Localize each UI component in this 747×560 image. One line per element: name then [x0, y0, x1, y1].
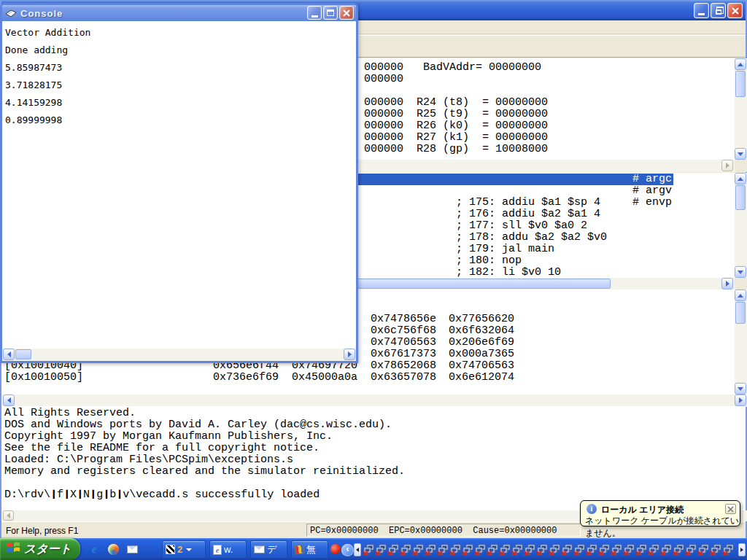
- console-hscrollbar[interactable]: [2, 349, 356, 361]
- network-disconnected-icon[interactable]: [511, 544, 523, 556]
- scroll-down-button[interactable]: [735, 148, 746, 160]
- scroll-up-button[interactable]: [735, 58, 746, 70]
- network-disconnected-icon[interactable]: [549, 544, 560, 556]
- close-button[interactable]: [727, 3, 743, 18]
- scroll-thumb[interactable]: [735, 185, 746, 210]
- network-disconnected-icon[interactable]: [474, 544, 486, 556]
- start-button[interactable]: スタート: [0, 538, 80, 560]
- scroll-up-button[interactable]: [735, 173, 746, 184]
- quicklaunch-outlook-icon[interactable]: [125, 542, 139, 556]
- memory-word: 0x77656620: [449, 314, 514, 325]
- message-line: D:\rdv\❙f❙X❙N❙g❙b❙v\vecadd.s successfull…: [4, 489, 405, 501]
- network-disconnected-icon[interactable]: [487, 544, 498, 556]
- network-disconnected-icon[interactable]: [660, 544, 672, 556]
- network-disconnected-icon[interactable]: [387, 544, 399, 556]
- scrollbar-corner: [735, 160, 747, 172]
- taskbar-button-paint[interactable]: 無: [291, 540, 328, 559]
- network-disconnected-icon[interactable]: [611, 544, 622, 556]
- tray-scroll-right-button[interactable]: [738, 543, 746, 556]
- scroll-down-button[interactable]: [735, 383, 746, 394]
- network-disconnected-icon[interactable]: [598, 544, 610, 556]
- network-disconnected-icon[interactable]: [635, 544, 647, 556]
- memory-word: 0x7478656e: [371, 314, 436, 325]
- tray-hide-icons-chevron[interactable]: ‹: [341, 544, 354, 556]
- register-line: 000000: [364, 74, 548, 85]
- close-icon: [342, 9, 351, 18]
- arrow-left-icon: [7, 351, 11, 357]
- scroll-down-button[interactable]: [735, 266, 746, 278]
- network-disconnected-icon[interactable]: [524, 544, 535, 556]
- arrow-left-icon: [7, 397, 11, 403]
- scroll-thumb[interactable]: [735, 71, 746, 97]
- restore-icon: [716, 9, 721, 15]
- quicklaunch-mediaplayer-icon[interactable]: [107, 542, 120, 556]
- tray-player-icon[interactable]: [329, 542, 342, 556]
- network-disconnected-icon[interactable]: [363, 544, 374, 556]
- network-disconnected-icon[interactable]: [623, 544, 635, 556]
- memory-address: [0x10010050]: [4, 372, 83, 384]
- network-disconnected-icon[interactable]: [685, 544, 697, 556]
- network-disconnected-icon[interactable]: [561, 544, 573, 556]
- pcspim-icon: [166, 545, 175, 554]
- network-disconnected-icon[interactable]: [425, 544, 436, 556]
- restore-button[interactable]: [711, 3, 726, 18]
- scroll-thumb[interactable]: [735, 302, 746, 324]
- register-line: 000000 R26 (k0) = 00000000: [364, 120, 548, 132]
- balloon-close-button[interactable]: [725, 504, 736, 514]
- scroll-left-button[interactable]: [3, 394, 15, 406]
- memory-word: 0x67617373: [371, 349, 436, 360]
- taskbar-button-ie[interactable]: e w.: [209, 540, 247, 559]
- console-titlebar[interactable]: Console: [2, 5, 356, 21]
- scroll-thumb[interactable]: [15, 349, 31, 359]
- console-close-button[interactable]: [339, 6, 354, 20]
- network-disconnected-icon[interactable]: [412, 544, 424, 556]
- taskbar-button-pcspim-group[interactable]: 2: [162, 540, 206, 559]
- scroll-right-button[interactable]: [735, 394, 746, 406]
- quicklaunch-ie-icon[interactable]: e: [88, 542, 101, 556]
- network-disconnected-icon[interactable]: [573, 544, 585, 556]
- register-line: 000000 R27 (k1) = 00000000: [364, 132, 548, 144]
- memory-word: 0x78652068: [371, 360, 436, 372]
- console-maximize-button[interactable]: [323, 6, 338, 20]
- scroll-right-button[interactable]: [344, 349, 355, 360]
- network-disconnected-icon[interactable]: [449, 544, 461, 556]
- tray-scroll-left-button[interactable]: [354, 543, 361, 556]
- network-disconnected-icon[interactable]: [586, 544, 597, 556]
- network-disconnected-icon[interactable]: [499, 544, 511, 556]
- network-disconnected-icon[interactable]: [536, 544, 548, 556]
- text-vscrollbar[interactable]: [735, 173, 747, 278]
- assembly-comment: # envp: [632, 197, 672, 209]
- scroll-left-button[interactable]: [3, 510, 14, 521]
- console-icon: [5, 9, 17, 18]
- taskbar-button-outlook[interactable]: デ: [250, 540, 287, 559]
- network-disconnected-icon[interactable]: [648, 544, 659, 556]
- console-output-list: Vector AdditionDone adding5.859874733.71…: [5, 24, 90, 129]
- media-player-orb-icon: [108, 544, 119, 555]
- network-disconnected-icon[interactable]: [462, 544, 473, 556]
- scroll-left-button[interactable]: [3, 349, 15, 360]
- console-minimize-button[interactable]: [307, 6, 322, 20]
- registers-vscrollbar[interactable]: [735, 58, 747, 160]
- network-disconnected-icon[interactable]: [437, 544, 449, 556]
- data-vscrollbar[interactable]: [735, 289, 747, 394]
- arrow-up-icon: [738, 294, 743, 298]
- arrow-up-icon: [738, 63, 743, 66]
- scroll-right-button[interactable]: [721, 278, 733, 289]
- memory-word: 0x206e6f69: [449, 337, 514, 349]
- scroll-right-button[interactable]: [721, 160, 733, 171]
- message-line: All Rights Reserved.: [4, 408, 405, 419]
- network-disconnected-icon[interactable]: [375, 544, 387, 556]
- scroll-up-button[interactable]: [735, 289, 746, 301]
- red-orb-icon: [330, 544, 341, 554]
- data-hscrollbar[interactable]: [1, 394, 747, 407]
- network-disconnected-icon[interactable]: [673, 544, 684, 556]
- network-disconnected-icon[interactable]: [722, 544, 734, 556]
- taskbar-button-label: デ: [267, 543, 276, 556]
- console-output-area[interactable]: Vector AdditionDone adding5.859874733.71…: [2, 21, 356, 361]
- network-disconnected-icon[interactable]: [697, 544, 709, 556]
- network-disconnected-icon[interactable]: [710, 544, 721, 556]
- minimize-button[interactable]: [694, 3, 709, 18]
- network-notification-balloon[interactable]: i ローカル エリア接続 ネットワーク ケーブルが接続されていません。: [580, 500, 740, 526]
- arrow-right-icon: [726, 281, 729, 287]
- network-disconnected-icon[interactable]: [400, 544, 411, 556]
